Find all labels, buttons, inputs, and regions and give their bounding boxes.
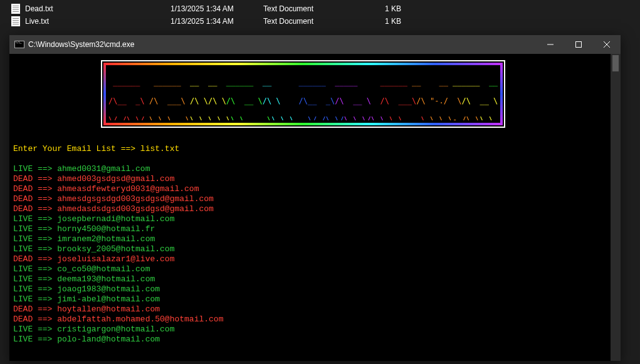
result-line: LIVE ==> cristigargon@hotmail.com bbox=[13, 325, 611, 335]
minimize-button[interactable] bbox=[536, 35, 564, 54]
result-line: DEAD ==> hoytallen@hotmail.com bbox=[13, 304, 611, 315]
result-line: DEAD ==> ahmeasdfewteryd0031@gmail.com bbox=[13, 184, 611, 194]
file-size: 1 KB bbox=[364, 4, 401, 13]
file-row[interactable]: Live.txt 1/13/2025 1:34 AM Text Document… bbox=[0, 15, 640, 28]
result-line: LIVE ==> brooksy_2005@hotmail.com bbox=[13, 244, 611, 254]
console-body: ______ ______ __ __ ______ __ ______ ___… bbox=[9, 54, 621, 361]
cmd-window: C:\Windows\System32\cmd.exe ______ _____… bbox=[9, 35, 621, 361]
file-name: Dead.txt bbox=[25, 4, 170, 13]
result-line: LIVE ==> co_co50@hotmail.com bbox=[13, 264, 611, 274]
result-line: DEAD ==> ahmedasdsdgsd003gsdgsd@gmail.co… bbox=[13, 204, 611, 214]
file-explorer-rows: Dead.txt 1/13/2025 1:34 AM Text Document… bbox=[0, 0, 640, 28]
result-line: LIVE ==> imranem2@hotmail.com bbox=[13, 234, 611, 244]
file-type: Text Document bbox=[263, 17, 364, 26]
file-row[interactable]: Dead.txt 1/13/2025 1:34 AM Text Document… bbox=[0, 3, 640, 15]
ascii-banner: ______ ______ __ __ ______ __ ______ ___… bbox=[101, 60, 505, 128]
result-line: DEAD ==> ahmesdgsgsdgd003gsdgsd@gmail.co… bbox=[13, 194, 611, 204]
ascii-banner-art: ______ ______ __ __ ______ __ ______ ___… bbox=[108, 68, 498, 120]
result-line: LIVE ==> joaog1983@hotmail.com bbox=[13, 284, 611, 294]
result-line: LIVE ==> josepbernadi@hotmail.com bbox=[13, 214, 611, 224]
file-name: Live.txt bbox=[25, 17, 170, 26]
result-line: LIVE ==> horny4500@hotmail.fr bbox=[13, 224, 611, 234]
scrollbar-thumb[interactable] bbox=[612, 55, 619, 71]
window-title: C:\Windows\System32\cmd.exe bbox=[28, 40, 536, 49]
text-file-icon bbox=[11, 16, 20, 26]
result-line: LIVE ==> jimi-abel@hotmail.com bbox=[13, 294, 611, 304]
file-size: 1 KB bbox=[364, 17, 401, 26]
file-type: Text Document bbox=[263, 4, 364, 13]
result-line: LIVE ==> polo-land@hotmail.com bbox=[13, 335, 611, 345]
close-button[interactable] bbox=[592, 35, 621, 54]
file-date: 1/13/2025 1:34 AM bbox=[170, 4, 263, 13]
scrollbar[interactable] bbox=[611, 54, 621, 361]
result-line: LIVE ==> ahmed0031@gmail.com bbox=[13, 164, 611, 174]
titlebar[interactable]: C:\Windows\System32\cmd.exe bbox=[9, 35, 621, 54]
text-file-icon bbox=[11, 4, 20, 14]
result-line: DEAD ==> abdelfattah.mohamed.50@hotmail.… bbox=[13, 315, 611, 325]
maximize-button[interactable] bbox=[564, 35, 592, 54]
result-line: LIVE ==> deema193@hotmail.com bbox=[13, 274, 611, 284]
prompt-line: Enter Your Email List ==> list.txt bbox=[13, 144, 611, 154]
blank-line bbox=[13, 154, 611, 164]
svg-rect-1 bbox=[575, 42, 581, 48]
cmd-icon bbox=[14, 41, 24, 48]
result-line: DEAD ==> ahmed003gsdgsd@gmail.com bbox=[13, 174, 611, 184]
result-line: DEAD ==> joseluisalazar1@live.com bbox=[13, 254, 611, 264]
file-date: 1/13/2025 1:34 AM bbox=[170, 17, 263, 26]
